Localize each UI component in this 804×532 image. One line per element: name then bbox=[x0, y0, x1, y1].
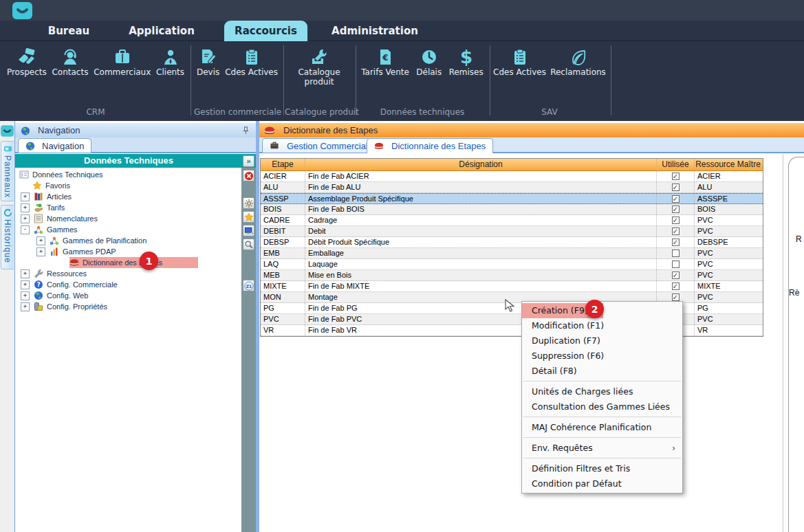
menu-item-administration[interactable]: Administration bbox=[332, 21, 418, 41]
tree-item-tarifs[interactable]: +Tarifs bbox=[15, 202, 242, 213]
toolbar-button-close[interactable] bbox=[243, 170, 254, 181]
ribbon-button-clients[interactable]: Clients bbox=[156, 47, 184, 77]
context-menu-item-d-tail-f8-[interactable]: Détail (F8) bbox=[522, 364, 682, 379]
rail-tab-panneaux[interactable]: Panneaux bbox=[1, 141, 14, 201]
column-header-ressource-ma-tre[interactable]: Ressource Maître bbox=[695, 159, 761, 170]
tree-item-config-commerciale[interactable]: +?Config. Commerciale bbox=[15, 279, 242, 290]
table-row-cadre[interactable]: CADRECadrage✓PVC bbox=[261, 215, 763, 226]
tree-item-gammes[interactable]: -Gammes bbox=[15, 224, 242, 235]
expand-icon[interactable]: + bbox=[36, 247, 45, 256]
checkbox-checked-icon[interactable]: ✓ bbox=[672, 239, 680, 246]
cell-ressource-maitre: PVC bbox=[695, 292, 761, 302]
context-menu-item-condition-par-d-faut[interactable]: Condition par Défaut bbox=[522, 476, 682, 491]
expand-icon[interactable]: + bbox=[21, 269, 30, 278]
ribbon-button-d-lais[interactable]: Délais bbox=[416, 47, 442, 77]
table-row-asssp[interactable]: ASSSPAssemblage Produit Spécifique✓ASSSP… bbox=[261, 193, 763, 204]
checkbox-checked-icon[interactable]: ✓ bbox=[672, 271, 680, 279]
tree-item-dictionnaire-des-etapes[interactable]: Dictionnaire des Etapes bbox=[15, 257, 242, 268]
checkbox-unchecked-icon[interactable] bbox=[672, 250, 680, 257]
table-row-pvc[interactable]: PVCFin de Fab PVC✓PVC bbox=[261, 314, 763, 325]
ribbon-button-contacts[interactable]: Contacts bbox=[52, 47, 88, 77]
table-row-mixte[interactable]: MIXTEFin de Fab MIXTE✓MIXTE bbox=[261, 281, 763, 292]
expand-icon[interactable]: + bbox=[36, 236, 45, 245]
ribbon-button-reclamations[interactable]: Reclamations bbox=[550, 47, 606, 77]
tab-navigation[interactable]: Navigation bbox=[18, 138, 91, 153]
molecule-icon bbox=[34, 225, 43, 234]
context-menu-item-suppression-f6-[interactable]: Suppression (F6) bbox=[522, 348, 682, 364]
table-row-emb[interactable]: EMBEmballagePVC bbox=[261, 248, 763, 259]
table-row-vr[interactable]: VRFin de Fab VR✓VR bbox=[261, 325, 763, 336]
context-menu-item-consultation-des-gammes-li-es[interactable]: Consultation des Gammes Liées bbox=[522, 399, 682, 414]
column-header-utilis-e[interactable]: Utilisée bbox=[657, 159, 695, 170]
rail-logo-icon[interactable] bbox=[1, 124, 14, 138]
tree-item-config-propri-t-s[interactable]: +Config. Propriétés bbox=[15, 301, 242, 312]
ribbon-button-catalogue-produit[interactable]: Catalogue produit bbox=[294, 47, 344, 87]
table-row-bois[interactable]: BOISFin de Fab BOIS✓BOIS bbox=[261, 204, 763, 215]
context-menu-item-modification-f1-[interactable]: Modification (F1) bbox=[522, 318, 682, 333]
expand-icon[interactable]: + bbox=[21, 302, 30, 311]
tree-item-articles[interactable]: +Articles bbox=[15, 191, 242, 202]
expand-icon[interactable]: + bbox=[21, 192, 30, 201]
ribbon-button-devis[interactable]: Devis bbox=[197, 47, 219, 77]
ribbon-separator bbox=[356, 45, 356, 115]
toolbar-button-z1[interactable]: Z1 bbox=[243, 280, 254, 291]
ribbon-button-commerciaux[interactable]: Commerciaux bbox=[94, 47, 151, 77]
column-header-etape[interactable]: Etape bbox=[261, 159, 305, 170]
toolbar-button-monitor[interactable] bbox=[243, 225, 254, 236]
expand-icon[interactable]: + bbox=[21, 203, 30, 212]
context-menu-item-duplication-f7-[interactable]: Duplication (F7) bbox=[522, 333, 682, 348]
history-icon bbox=[3, 208, 12, 217]
checkbox-checked-icon[interactable]: ✓ bbox=[672, 184, 680, 191]
tree-item-favoris[interactable]: Favoris bbox=[15, 180, 242, 191]
checkbox-unchecked-icon[interactable] bbox=[672, 261, 680, 268]
expand-icon[interactable]: + bbox=[21, 214, 30, 223]
context-menu-item-d-finition-filtres-et-tris[interactable]: Définition Filtres et Tris bbox=[522, 461, 682, 476]
tree-item-config-web[interactable]: +Config. Web bbox=[15, 290, 242, 301]
table-row-debsp[interactable]: DEBSPDébit Produit Spécifique✓DEBSPE bbox=[261, 237, 763, 248]
tree-item-ressources[interactable]: +Ressources bbox=[15, 268, 242, 279]
table-row-debit[interactable]: DEBITDebit✓PVC bbox=[261, 226, 763, 237]
pin-icon[interactable] bbox=[241, 126, 250, 135]
cell-designation: Emballage bbox=[305, 248, 657, 258]
checkbox-checked-icon[interactable]: ✓ bbox=[672, 282, 680, 290]
main-panel: Dictionnaire des Etapes Gestion Commerci… bbox=[259, 121, 804, 532]
menu-item-application[interactable]: Application bbox=[118, 21, 205, 41]
tree-item-gammes-pdap[interactable]: +Gammes PDAP bbox=[15, 246, 242, 257]
cell-designation: Laquage bbox=[305, 259, 657, 269]
context-menu-item-maj-coh-rence-planification[interactable]: MAJ Cohérence Planification bbox=[522, 420, 682, 435]
column-header-d-signation[interactable]: Désignation bbox=[305, 159, 657, 170]
context-menu-item-unit-s-de-charges-li-es[interactable]: Unités de Charges liées bbox=[522, 384, 682, 399]
menu-item-bureau[interactable]: Bureau bbox=[40, 21, 98, 41]
context-menu-item-env-requ-tes[interactable]: Env. Requêtes› bbox=[522, 441, 682, 456]
ribbon-button-remises[interactable]: $Remises bbox=[449, 47, 484, 77]
checkbox-checked-icon[interactable]: ✓ bbox=[672, 206, 680, 213]
table-row-laq[interactable]: LAQLaquagePVC bbox=[261, 259, 763, 270]
table-row-meb[interactable]: MEBMise en Bois✓PVC bbox=[261, 270, 763, 281]
checkbox-checked-icon[interactable]: ✓ bbox=[672, 173, 680, 180]
collapse-panel-button[interactable]: » bbox=[243, 155, 254, 167]
document-tab-2[interactable]: Dictionnaire des Etapes bbox=[367, 138, 493, 153]
checkbox-checked-icon[interactable]: ✓ bbox=[672, 293, 680, 301]
tree-item-donn-es-techniques[interactable]: Données Techniques bbox=[15, 169, 242, 180]
checkbox-checked-icon[interactable]: ✓ bbox=[672, 217, 680, 224]
table-row-acier[interactable]: ACIERFin de Fab ACIER✓ACIER bbox=[261, 171, 763, 182]
toolbar-button-gear[interactable] bbox=[243, 197, 254, 209]
table-row-alu[interactable]: ALUFin de Fab ALU✓ALU bbox=[261, 182, 763, 193]
menu-item-raccourcis[interactable]: Raccourcis bbox=[224, 21, 307, 41]
checkbox-checked-icon[interactable]: ✓ bbox=[672, 228, 680, 235]
ribbon-button-prospects[interactable]: Prospects bbox=[7, 47, 47, 77]
collapse-icon[interactable]: - bbox=[21, 225, 30, 234]
detail-panel-cutoff bbox=[788, 157, 804, 532]
ribbon-button-tarifs-vente[interactable]: €Tarifs Vente bbox=[361, 47, 409, 77]
expand-icon[interactable]: + bbox=[21, 291, 30, 300]
toolbar-button-star[interactable] bbox=[243, 211, 254, 223]
toolbar-button-magnifier[interactable] bbox=[243, 239, 254, 250]
ribbon-button-cdes-actives[interactable]: Cdes Actives bbox=[225, 47, 278, 77]
expand-icon[interactable]: + bbox=[21, 280, 30, 289]
tree-item-nomenclatures[interactable]: +Nomenclatures bbox=[15, 213, 242, 224]
ribbon-button-cdes-actives[interactable]: Cdes Actives bbox=[493, 47, 546, 77]
checkbox-checked-icon[interactable]: ✓ bbox=[672, 195, 680, 203]
rail-tab-historique[interactable]: Historique bbox=[1, 205, 14, 269]
tree-item-gammes-de-planification[interactable]: +Gammes de Planification bbox=[15, 235, 242, 246]
svg-text:Z1: Z1 bbox=[246, 283, 252, 288]
